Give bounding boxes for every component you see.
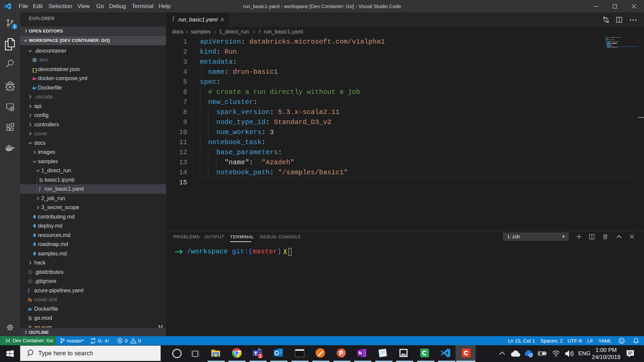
svg-text:1: 1 bbox=[259, 353, 262, 358]
